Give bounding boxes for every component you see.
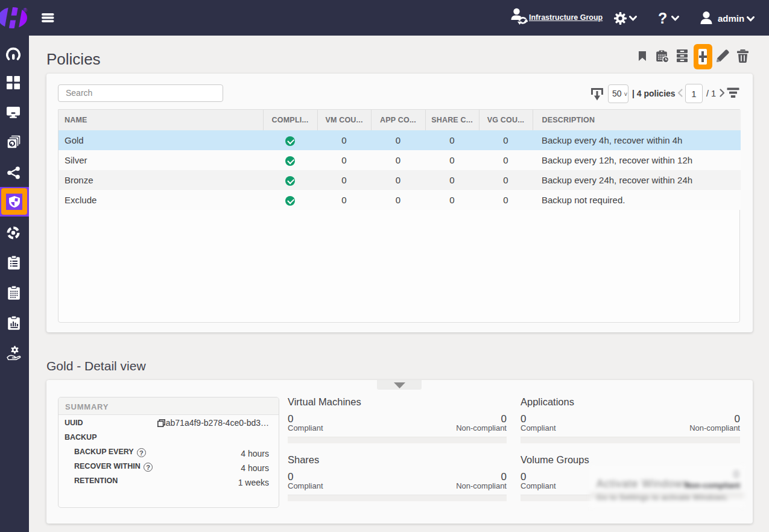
svg-text:®: ® — [24, 7, 28, 13]
